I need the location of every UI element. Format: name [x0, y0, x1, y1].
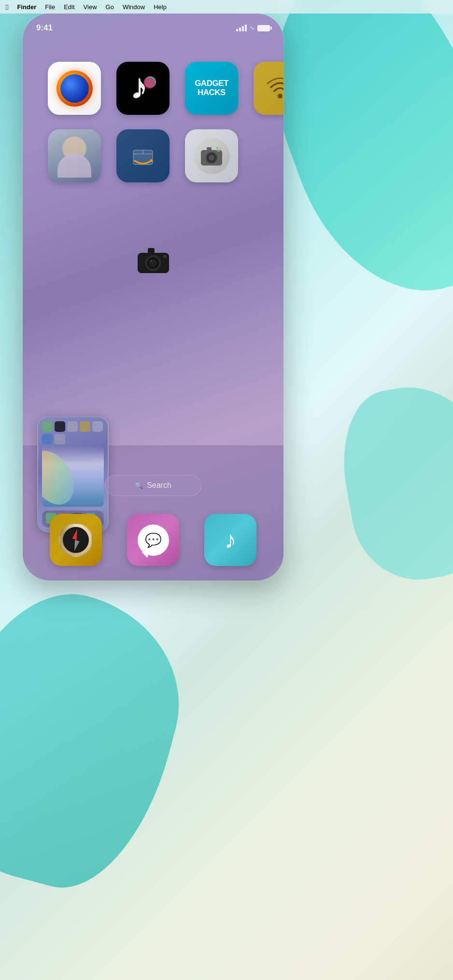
search-bar[interactable]: 🔍 Search	[105, 475, 201, 496]
search-icon: 🔍	[135, 482, 143, 489]
compass-face	[63, 527, 89, 553]
camerasync-design: ↻	[194, 138, 230, 174]
app-grid-row-1: ♪ 𝅘𝅥𝅮 GADGET HACKS	[48, 62, 283, 115]
mini-phone-apps	[38, 417, 108, 446]
battery-icon	[257, 25, 270, 31]
tiktok-icon: ♪ 𝅘𝅥𝅮	[128, 71, 157, 105]
mini-app-1	[42, 421, 53, 432]
mini-app-7	[55, 434, 65, 444]
firefox-icon-design	[57, 70, 93, 107]
mini-phone-rainbow	[42, 446, 104, 507]
compass-needle-north	[72, 528, 79, 540]
app-gadgethacks[interactable]: GADGET HACKS	[185, 62, 238, 115]
mini-app-4	[80, 421, 90, 432]
firefox-globe	[60, 74, 89, 103]
help-menu[interactable]: Help	[154, 3, 167, 11]
svg-rect-20	[148, 248, 155, 253]
camerasync-svg: ↻	[197, 141, 226, 170]
mini-app-5	[92, 421, 103, 432]
hotspot-svg	[265, 73, 284, 104]
finder-menu[interactable]: Finder	[17, 3, 36, 11]
mini-app-3	[67, 421, 78, 432]
go-menu[interactable]: Go	[106, 3, 114, 11]
apple-menu[interactable]: 	[6, 3, 8, 11]
svg-text:♪: ♪	[133, 74, 147, 104]
file-menu[interactable]: File	[45, 3, 55, 11]
app-amazon[interactable]	[116, 129, 170, 182]
svg-rect-21	[163, 255, 167, 258]
tiktok-svg: ♪ 𝅘𝅥𝅮	[128, 71, 157, 105]
svg-rect-13	[207, 147, 212, 151]
signal-bar-1	[236, 29, 238, 31]
app-tiktok[interactable]: ♪ 𝅘𝅥𝅮	[116, 62, 170, 115]
messages-icon: 💬	[145, 532, 162, 548]
signal-bar-3	[242, 26, 244, 31]
gadgethacks-label: GADGET HACKS	[195, 79, 228, 97]
signal-bar-4	[245, 25, 247, 31]
svg-text:↻: ↻	[215, 146, 221, 153]
signal-bar-2	[239, 28, 241, 31]
svg-point-18	[149, 259, 157, 267]
window-menu[interactable]: Window	[123, 3, 145, 11]
edit-menu[interactable]: Edit	[64, 3, 74, 11]
mac-menu-bar:  Finder File Edit View Go Window Help	[0, 0, 453, 14]
photo-thumbnail	[48, 129, 101, 182]
mini-app-6	[42, 434, 53, 444]
view-menu[interactable]: View	[84, 3, 97, 11]
dock-safari[interactable]	[50, 514, 102, 566]
status-time: 9:41	[36, 23, 53, 33]
iphone-screen: 9:41 ∿ ♪	[23, 14, 283, 580]
search-label: Search	[147, 481, 171, 490]
svg-point-12	[209, 155, 214, 161]
app-firefox[interactable]	[48, 62, 101, 115]
dock-icons-row: 💬 ♪	[37, 514, 269, 566]
signal-icon	[236, 25, 247, 31]
svg-point-4	[278, 94, 283, 98]
wifi-icon: ∿	[250, 25, 255, 31]
app-hotspot[interactable]	[254, 62, 283, 115]
mini-app-2	[55, 421, 65, 432]
dock-messages[interactable]: 💬	[127, 514, 179, 566]
status-bar: 9:41 ∿	[23, 14, 283, 38]
compass-needle-south	[72, 540, 79, 552]
bg-decoration-2	[0, 571, 203, 907]
status-icons: ∿	[236, 25, 270, 31]
camera-center-icon	[134, 240, 172, 279]
app-grid-row-2: ↻	[48, 129, 238, 182]
app-photos[interactable]	[48, 129, 101, 182]
music-note-icon: ♪	[225, 526, 237, 554]
app-camerasync[interactable]: ↻	[185, 129, 238, 182]
bg-decoration-3	[331, 375, 453, 590]
svg-point-2	[143, 77, 155, 89]
amazon-svg	[126, 141, 160, 170]
svg-point-19	[150, 260, 152, 262]
safari-compass	[59, 523, 93, 557]
dock-area: 🔍 Search 💬 ♪	[23, 445, 283, 580]
messages-bubble: 💬	[138, 525, 169, 556]
dock-music[interactable]: ♪	[204, 514, 256, 566]
camera-svg	[135, 244, 171, 276]
